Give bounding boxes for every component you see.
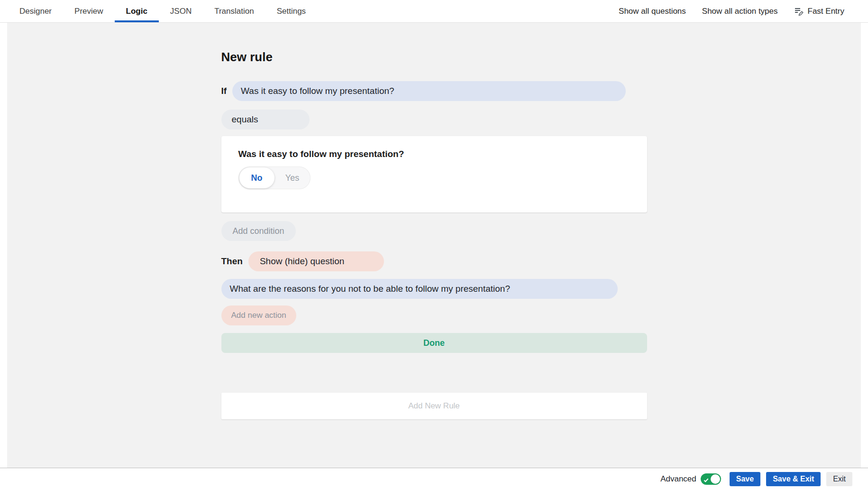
logic-editor-panel: New rule If Was it easy to follow my pre…	[7, 23, 861, 468]
tab-preview[interactable]: Preview	[63, 0, 114, 22]
add-condition-button[interactable]: Add condition	[221, 221, 296, 241]
action-type-dropdown[interactable]: Show (hide) question	[248, 251, 384, 271]
then-label: Then	[221, 256, 243, 267]
creator-tabs: Designer Preview Logic JSON Translation …	[8, 0, 317, 22]
add-new-rule-button[interactable]: Add New Rule	[221, 393, 647, 419]
then-row: Then Show (hide) question	[221, 251, 647, 271]
show-all-action-types-button[interactable]: Show all action types	[702, 7, 778, 16]
advanced-label: Advanced	[660, 474, 696, 484]
fast-entry-icon	[794, 6, 804, 16]
tab-translation[interactable]: Translation	[203, 0, 265, 22]
boolean-option-no[interactable]: No	[239, 167, 274, 188]
tab-json[interactable]: JSON	[159, 0, 203, 22]
exit-button[interactable]: Exit	[826, 472, 852, 486]
action-question-dropdown[interactable]: What are the reasons for you not to be a…	[221, 279, 618, 299]
boolean-option-yes[interactable]: Yes	[274, 173, 311, 183]
if-row: If Was it easy to follow my presentation…	[221, 81, 647, 101]
condition-value-card: Was it easy to follow my presentation? N…	[221, 136, 647, 213]
fast-entry-label: Fast Entry	[808, 7, 844, 16]
tab-settings[interactable]: Settings	[265, 0, 317, 22]
save-and-exit-button[interactable]: Save & Exit	[766, 472, 821, 486]
toggle-knob	[711, 474, 720, 484]
condition-question-dropdown[interactable]: Was it easy to follow my presentation?	[232, 81, 626, 101]
operator-dropdown[interactable]: equals	[221, 110, 310, 129]
tab-designer[interactable]: Designer	[8, 0, 63, 22]
advanced-toggle[interactable]	[701, 473, 721, 485]
boolean-value-switch[interactable]: No Yes	[238, 166, 311, 189]
fast-entry-button[interactable]: Fast Entry	[794, 6, 844, 16]
done-button[interactable]: Done	[221, 333, 647, 353]
top-tab-bar: Designer Preview Logic JSON Translation …	[0, 0, 868, 23]
save-button[interactable]: Save	[730, 472, 760, 486]
bottom-action-bar: Advanced Save Save & Exit Exit	[0, 468, 868, 490]
add-new-action-button[interactable]: Add new action	[221, 305, 296, 325]
tab-logic[interactable]: Logic	[115, 0, 159, 22]
if-label: If	[221, 86, 227, 96]
check-icon	[704, 476, 709, 485]
show-all-questions-button[interactable]: Show all questions	[619, 7, 686, 16]
rule-title: New rule	[221, 50, 647, 64]
value-question-title: Was it easy to follow my presentation?	[238, 149, 630, 159]
